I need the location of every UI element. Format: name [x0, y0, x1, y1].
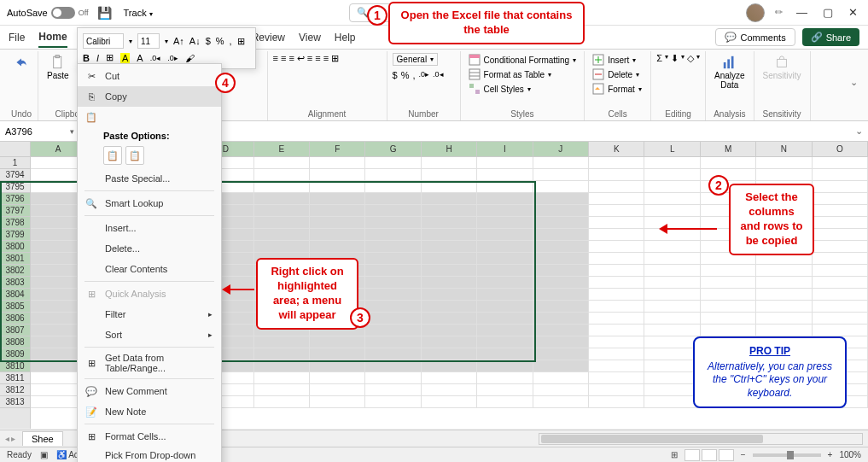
cell[interactable]	[589, 265, 644, 277]
cell[interactable]	[644, 193, 700, 205]
cell[interactable]	[477, 253, 533, 265]
cell[interactable]	[422, 193, 477, 205]
currency-icon[interactable]: $	[393, 70, 398, 80]
row-header[interactable]: 3811	[0, 372, 30, 384]
cell[interactable]	[365, 181, 421, 193]
cm-filter[interactable]: Filter▸	[78, 304, 221, 325]
analyze-data-button[interactable]: Analyze Data	[711, 53, 749, 91]
cell[interactable]	[365, 289, 421, 301]
cell[interactable]	[813, 289, 868, 301]
cell[interactable]	[701, 277, 756, 289]
cell[interactable]	[644, 289, 700, 301]
cell[interactable]	[422, 169, 477, 181]
cell[interactable]	[477, 372, 533, 384]
row-header[interactable]: 3796	[0, 193, 30, 205]
cell[interactable]	[813, 193, 868, 205]
cell[interactable]	[365, 325, 421, 336]
sheet-tab[interactable]: Shee	[22, 431, 63, 446]
merge-icon[interactable]: ⊞	[331, 53, 339, 64]
cell[interactable]	[477, 336, 533, 348]
number-format-dropdown[interactable]: General▾	[393, 53, 439, 66]
col-header[interactable]: H	[422, 142, 477, 156]
cell[interactable]	[365, 372, 421, 384]
cell[interactable]	[533, 289, 589, 301]
cell[interactable]	[756, 313, 812, 325]
cell[interactable]	[813, 181, 868, 193]
save-icon[interactable]: 💾	[97, 6, 112, 20]
cell[interactable]	[813, 253, 868, 265]
cell[interactable]	[422, 277, 477, 289]
cell[interactable]	[254, 157, 310, 169]
cell[interactable]	[533, 241, 589, 253]
cm-delete[interactable]: Delete...	[78, 238, 221, 259]
cell[interactable]	[533, 205, 589, 217]
row-header[interactable]: 3806	[0, 313, 30, 325]
percent-icon[interactable]: %	[401, 70, 410, 80]
cell[interactable]	[365, 217, 421, 229]
row-header[interactable]: 3812	[0, 384, 30, 396]
eyedropper-icon[interactable]: ✏	[775, 7, 783, 18]
decimal-decrease-icon[interactable]: .0◂	[433, 70, 444, 80]
formula-input[interactable]	[120, 122, 850, 141]
insert-cells-button[interactable]: Insert ▾	[590, 53, 644, 67]
fill-icon[interactable]: ⬇	[671, 53, 679, 64]
display-settings-icon[interactable]: ⊞	[671, 450, 678, 459]
cell[interactable]	[254, 372, 310, 384]
currency-mini-icon[interactable]: $	[206, 36, 211, 46]
cell[interactable]	[644, 277, 700, 289]
cell[interactable]	[422, 372, 477, 384]
row-header[interactable]: 3795	[0, 181, 30, 193]
cell[interactable]	[422, 396, 477, 408]
row-header[interactable]: 3805	[0, 301, 30, 313]
increase-font-icon[interactable]: A↑	[173, 36, 184, 46]
clear-icon[interactable]: ◇	[687, 53, 694, 64]
cell[interactable]	[701, 325, 756, 336]
share-button[interactable]: 🔗 Share	[802, 28, 859, 46]
cell[interactable]	[310, 205, 365, 217]
cell[interactable]	[365, 384, 421, 396]
cell[interactable]	[533, 396, 589, 408]
cell[interactable]	[813, 229, 868, 241]
cell[interactable]	[533, 193, 589, 205]
cell[interactable]	[813, 217, 868, 229]
view-page-layout[interactable]	[702, 449, 717, 461]
row-header[interactable]: 3810	[0, 360, 30, 372]
cell[interactable]	[533, 181, 589, 193]
maximize-icon[interactable]: ▢	[819, 4, 836, 20]
cell[interactable]	[477, 384, 533, 396]
cell[interactable]	[756, 265, 812, 277]
cell[interactable]	[254, 360, 310, 372]
cell[interactable]	[533, 372, 589, 384]
cell[interactable]	[310, 336, 365, 348]
toggle-switch[interactable]	[51, 7, 75, 19]
cell[interactable]	[644, 205, 700, 217]
row-header[interactable]: 3799	[0, 229, 30, 241]
cell[interactable]	[589, 181, 644, 193]
cell[interactable]	[477, 360, 533, 372]
cell[interactable]	[365, 313, 421, 325]
cell[interactable]	[701, 289, 756, 301]
align-center-icon[interactable]: ≡	[281, 53, 286, 63]
cell[interactable]	[365, 241, 421, 253]
col-header[interactable]: I	[477, 142, 533, 156]
cell[interactable]	[589, 169, 644, 181]
undo-button[interactable]	[10, 53, 32, 72]
cell[interactable]	[813, 205, 868, 217]
cell[interactable]	[533, 360, 589, 372]
cell[interactable]	[701, 301, 756, 313]
view-page-break[interactable]	[719, 449, 734, 461]
font-color-icon[interactable]: A	[137, 53, 143, 63]
cell[interactable]	[254, 217, 310, 229]
col-header[interactable]: K	[589, 142, 644, 156]
cell[interactable]	[533, 217, 589, 229]
cell[interactable]	[813, 301, 868, 313]
cell[interactable]	[589, 313, 644, 325]
format-cells-button[interactable]: Format ▾	[590, 82, 644, 96]
border-mini-icon[interactable]: ⊞	[106, 52, 114, 63]
cm-sort[interactable]: Sort▸	[78, 325, 221, 345]
cell[interactable]	[589, 372, 644, 384]
cell[interactable]	[756, 277, 812, 289]
macro-record-icon[interactable]: ▣	[40, 450, 48, 459]
cell[interactable]	[813, 169, 868, 181]
cell[interactable]	[813, 313, 868, 325]
